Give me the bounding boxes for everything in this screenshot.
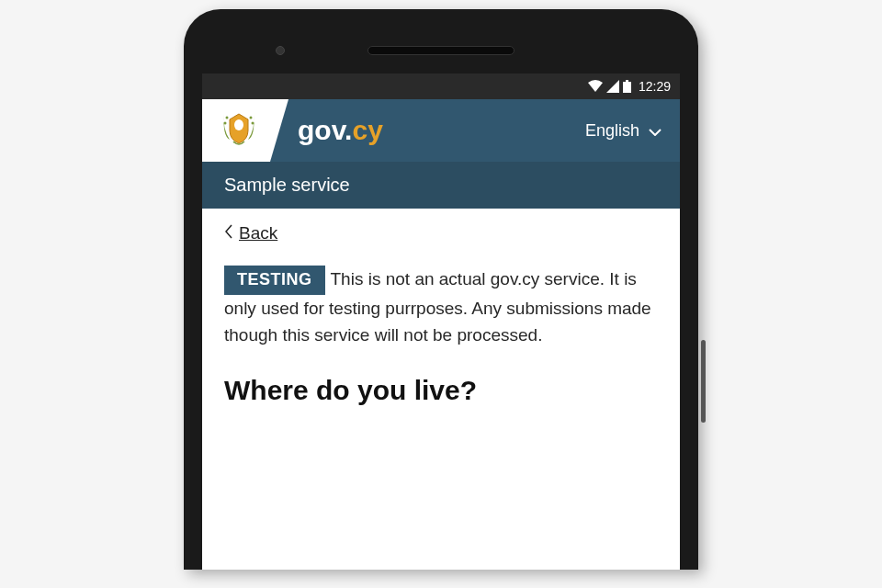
svg-point-5: [252, 122, 254, 125]
scrollbar-thumb[interactable]: [701, 340, 706, 423]
battery-icon: [623, 80, 631, 93]
android-status-bar: 12:29: [202, 74, 680, 99]
back-link[interactable]: Back: [224, 223, 277, 243]
language-label: English: [585, 121, 639, 141]
svg-point-4: [224, 122, 227, 125]
testing-notice: TESTINGThis is not an actual gov.cy serv…: [224, 266, 658, 349]
phone-top: [202, 28, 680, 74]
chevron-down-icon: [649, 121, 662, 141]
page-content: Back TESTINGThis is not an actual gov.cy…: [202, 209, 680, 421]
svg-rect-0: [623, 82, 631, 93]
service-name: Sample service: [224, 175, 350, 195]
page-heading: Where do you live?: [224, 375, 658, 406]
svg-point-3: [250, 117, 253, 119]
site-header: gov.cy English: [202, 99, 680, 162]
status-bar-clock: 12:29: [639, 79, 671, 94]
testing-tag: TESTING: [224, 266, 325, 295]
phone-frame: 12:29: [184, 9, 698, 570]
phone-speaker-grill: [368, 46, 514, 55]
cellular-signal-icon: [606, 80, 619, 93]
brand-wordmark[interactable]: gov.cy: [270, 99, 567, 162]
svg-point-2: [226, 117, 229, 119]
back-label: Back: [239, 223, 277, 243]
phone-screen: 12:29: [202, 74, 680, 570]
brand-suffix: cy: [352, 115, 382, 146]
brand-prefix: gov.: [298, 115, 352, 146]
logo-area[interactable]: [202, 99, 270, 162]
service-name-bar: Sample service: [202, 162, 680, 209]
chevron-left-icon: [224, 223, 233, 243]
wifi-icon: [588, 80, 603, 93]
coat-of-arms-icon: [219, 108, 259, 153]
language-selector[interactable]: English: [567, 99, 680, 162]
svg-rect-1: [626, 80, 628, 82]
svg-point-6: [234, 119, 243, 130]
phone-camera-dot: [276, 46, 285, 55]
